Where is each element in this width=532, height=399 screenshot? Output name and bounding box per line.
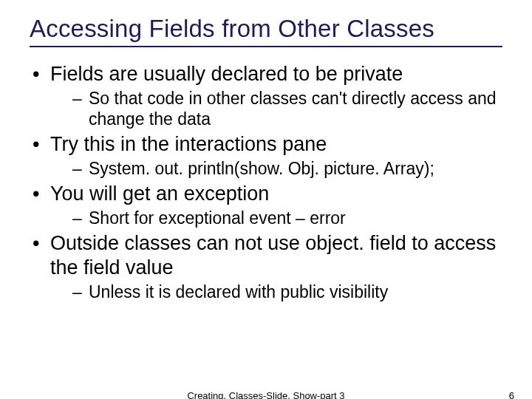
bullet-list: Fields are usually declared to be privat… — [30, 62, 502, 302]
sub-list: Short for exceptional event – error — [50, 208, 502, 228]
bullet-text: You will get an exception — [50, 183, 269, 205]
list-item: Outside classes can not use object. fiel… — [30, 231, 502, 302]
slide-title: Accessing Fields from Other Classes — [30, 15, 502, 47]
sub-list: So that code in other classes can't dire… — [50, 88, 502, 129]
footer-text: Creating. Classes-Slide. Show-part 3 — [0, 390, 532, 399]
list-item: You will get an exception Short for exce… — [30, 182, 502, 228]
sub-item: Unless it is declared with public visibi… — [50, 282, 502, 302]
sub-item: So that code in other classes can't dire… — [50, 88, 502, 129]
list-item: Try this in the interactions pane System… — [30, 132, 502, 179]
bullet-text: Fields are usually declared to be privat… — [50, 63, 403, 85]
bullet-text: Try this in the interactions pane — [50, 133, 327, 155]
slide: Accessing Fields from Other Classes Fiel… — [0, 0, 532, 399]
sub-list: System. out. println(show. Obj. picture.… — [50, 158, 502, 179]
sub-item: Short for exceptional event – error — [50, 208, 502, 228]
list-item: Fields are usually declared to be privat… — [30, 62, 502, 129]
bullet-text: Outside classes can not use object. fiel… — [50, 232, 496, 279]
page-number: 6 — [509, 390, 514, 399]
sub-list: Unless it is declared with public visibi… — [50, 282, 502, 302]
sub-item: System. out. println(show. Obj. picture.… — [50, 158, 502, 179]
